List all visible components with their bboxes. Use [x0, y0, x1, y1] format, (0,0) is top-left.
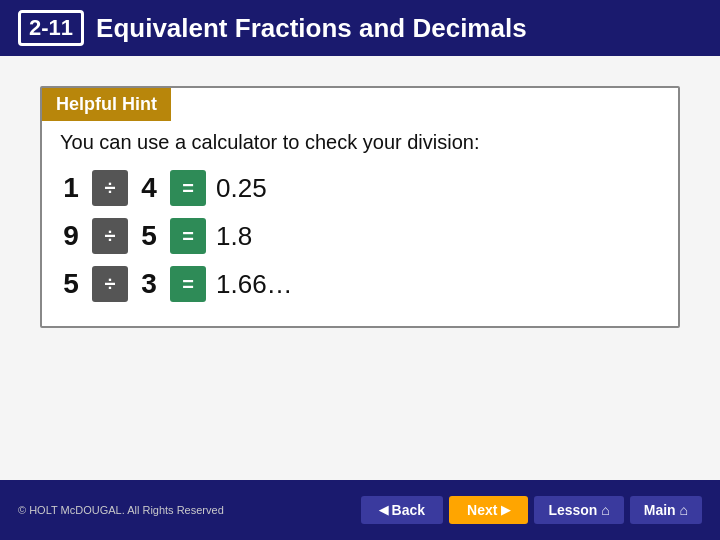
- equation-row-2: 9 ÷ 5 = 1.8: [42, 212, 678, 260]
- footer: © HOLT McDOUGAL. All Rights Reserved ◀ B…: [0, 480, 720, 540]
- eq1-eq: =: [170, 170, 206, 206]
- eq1-num2: 4: [138, 172, 160, 204]
- main-button[interactable]: Main ⌂: [630, 496, 702, 524]
- eq3-result: 1.66…: [216, 269, 293, 300]
- lesson-badge: 2-11: [18, 10, 84, 46]
- page-title: Equivalent Fractions and Decimals: [96, 13, 527, 44]
- eq2-op: ÷: [92, 218, 128, 254]
- eq1-num1: 1: [60, 172, 82, 204]
- header: 2-11 Equivalent Fractions and Decimals: [0, 0, 720, 56]
- next-arrow-icon: ▶: [501, 503, 510, 517]
- eq1-op: ÷: [92, 170, 128, 206]
- next-label: Next: [467, 502, 497, 518]
- footer-buttons: ◀ Back Next ▶ Lesson ⌂ Main ⌂: [361, 496, 702, 524]
- eq3-op: ÷: [92, 266, 128, 302]
- equation-row-1: 1 ÷ 4 = 0.25: [42, 164, 678, 212]
- eq3-num1: 5: [60, 268, 82, 300]
- hint-header: Helpful Hint: [42, 88, 171, 121]
- eq2-num2: 5: [138, 220, 160, 252]
- eq3-eq: =: [170, 266, 206, 302]
- next-button[interactable]: Next ▶: [449, 496, 528, 524]
- eq2-eq: =: [170, 218, 206, 254]
- lesson-button[interactable]: Lesson ⌂: [534, 496, 623, 524]
- equation-row-3: 5 ÷ 3 = 1.66…: [42, 260, 678, 308]
- lesson-home-icon: ⌂: [601, 502, 609, 518]
- main-content: Helpful Hint You can use a calculator to…: [0, 56, 720, 480]
- hint-description: You can use a calculator to check your d…: [42, 131, 678, 164]
- eq2-num1: 9: [60, 220, 82, 252]
- hint-box: Helpful Hint You can use a calculator to…: [40, 86, 680, 328]
- eq1-result: 0.25: [216, 173, 267, 204]
- back-arrow-icon: ◀: [379, 503, 388, 517]
- back-button[interactable]: ◀ Back: [361, 496, 443, 524]
- lesson-label: Lesson: [548, 502, 597, 518]
- eq2-result: 1.8: [216, 221, 252, 252]
- main-label: Main: [644, 502, 676, 518]
- back-label: Back: [392, 502, 425, 518]
- eq3-num2: 3: [138, 268, 160, 300]
- copyright-text: © HOLT McDOUGAL. All Rights Reserved: [18, 504, 224, 516]
- main-home-icon: ⌂: [680, 502, 688, 518]
